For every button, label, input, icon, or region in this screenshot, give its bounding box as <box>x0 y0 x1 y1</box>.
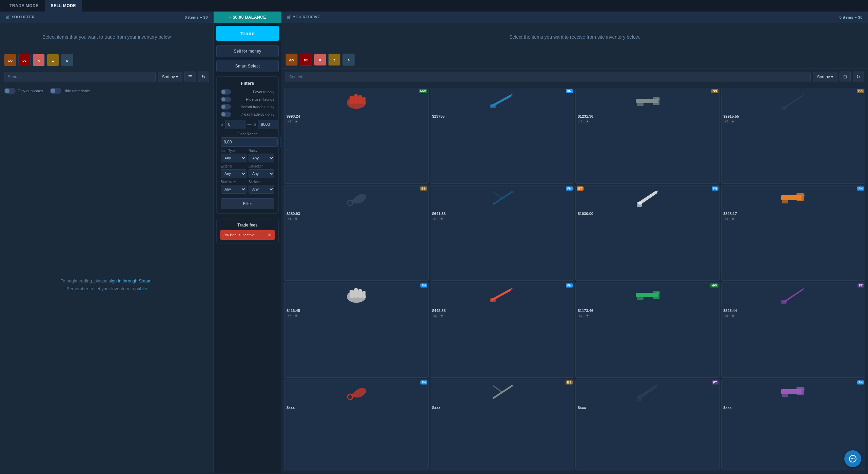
svg-rect-77 <box>637 396 642 401</box>
right-game-icon-dota2[interactable]: D2 <box>300 54 312 66</box>
item-card[interactable]: ST FN $1030.00 <box>575 185 720 281</box>
hide-user-listings-toggle[interactable] <box>221 97 231 102</box>
item-card[interactable]: MW $993.24 x2★ <box>284 88 429 183</box>
sign-in-link[interactable]: sign in through Steam. <box>108 278 153 283</box>
right-game-icon-zone[interactable]: Z <box>328 54 340 66</box>
condition-badge: FT <box>857 283 864 288</box>
svg-text:★: ★ <box>586 314 588 317</box>
svg-rect-31 <box>653 97 659 105</box>
item-card[interactable]: BS $280.93 x3★ <box>284 185 429 281</box>
right-game-icons-row: GO D2 R Z S <box>281 51 868 69</box>
right-game-icon-csgo[interactable]: GO <box>285 54 298 66</box>
right-refresh-button[interactable]: ↻ <box>853 72 864 82</box>
left-search-input[interactable] <box>4 72 156 82</box>
trade-fees-section: Trade fees 3% Bonus Inactive! ✕ <box>216 219 279 243</box>
stattrak-select[interactable]: Any <box>221 185 246 194</box>
svg-rect-46 <box>637 202 642 207</box>
svg-rect-56 <box>358 289 362 298</box>
svg-rect-67 <box>637 297 644 300</box>
filter-apply-button[interactable]: Filter <box>221 198 274 209</box>
float-min-input[interactable] <box>221 137 278 147</box>
tab-sell-mode[interactable]: SELL MODE <box>45 0 82 12</box>
receive-content: Select the items you want to receive fro… <box>281 23 868 51</box>
svg-rect-71 <box>781 300 787 304</box>
price-range-row: $ — $ <box>221 120 274 129</box>
item-count: x7★ <box>430 216 574 221</box>
cart-icon: 🛒 <box>5 15 11 19</box>
right-sort-button[interactable]: Sort by ▾ <box>813 72 837 82</box>
condition-badge: FN <box>566 283 573 288</box>
svg-rect-33 <box>656 98 660 100</box>
hide-untradable-switch[interactable] <box>50 88 61 94</box>
svg-rect-54 <box>350 290 354 298</box>
game-icon-dota2[interactable]: D2 <box>18 54 31 66</box>
right-search-input[interactable] <box>285 72 811 82</box>
item-card[interactable]: FN $828.17 x3★ <box>721 185 866 281</box>
svg-rect-68 <box>656 292 660 294</box>
game-icon-zone[interactable]: Z <box>47 54 59 66</box>
left-list-icon-button[interactable]: ☰ <box>184 72 196 82</box>
item-card[interactable]: FT $xxx <box>575 379 720 470</box>
smart-select-button[interactable]: Smart Select <box>216 60 279 72</box>
tab-trade-mode[interactable]: TRADE MODE <box>3 0 45 12</box>
svg-point-74 <box>348 394 353 399</box>
left-refresh-button[interactable]: ↻ <box>198 72 209 82</box>
price-min-input[interactable] <box>225 120 245 129</box>
item-count: x3★ <box>722 216 865 221</box>
rarity-select[interactable]: Any <box>249 154 274 162</box>
stickers-label: Stickers <box>249 180 274 184</box>
stickers-select[interactable]: Any <box>249 185 274 194</box>
bonus-close-button[interactable]: ✕ <box>268 232 272 238</box>
right-grid-icon-button[interactable]: ⊞ <box>840 72 851 82</box>
item-card[interactable]: FN $xxx <box>284 379 429 470</box>
svg-point-83 <box>851 458 852 459</box>
svg-rect-21 <box>350 96 354 104</box>
collection-select[interactable]: Any <box>249 169 274 178</box>
item-image <box>576 185 719 211</box>
svg-text:★: ★ <box>440 217 443 220</box>
item-card[interactable]: BS $1231.36 x3★ <box>575 88 720 183</box>
svg-rect-36 <box>781 106 787 110</box>
instant-tradable-toggle[interactable] <box>221 104 231 110</box>
float-max-input[interactable] <box>280 137 281 147</box>
price-max-input[interactable] <box>258 120 278 129</box>
svg-text:★: ★ <box>732 314 734 317</box>
game-icon-csgo[interactable]: GO <box>4 54 16 66</box>
item-card[interactable]: BS $xxx <box>430 379 574 470</box>
chat-button[interactable] <box>844 450 861 467</box>
right-search-row: Sort by ▾ ⊞ ↻ <box>281 69 868 85</box>
item-card[interactable]: FN $xxx <box>721 379 866 470</box>
game-icon-rust[interactable]: R <box>33 54 45 66</box>
right-game-icon-rust[interactable]: R <box>314 54 326 66</box>
game-icon-steam[interactable]: S <box>61 54 73 66</box>
hide-untradable-toggle[interactable]: Hide untradable <box>50 88 90 94</box>
condition-badge: FN <box>420 380 427 384</box>
only-duplicates-toggle[interactable]: Only duplicates <box>4 88 43 94</box>
trade-button[interactable]: Trade <box>216 26 279 41</box>
item-card[interactable]: FN $641.33 x7★ <box>430 185 574 281</box>
svg-rect-55 <box>354 288 358 298</box>
stattrak-label: Stattrak™ <box>221 180 246 184</box>
item-card[interactable]: BS $2915.55 x2★ <box>721 88 866 183</box>
item-price: $828.17 <box>722 211 865 216</box>
svg-rect-24 <box>362 97 366 104</box>
right-game-icon-steam[interactable]: S <box>342 54 355 66</box>
filter-favorite-row: Favorite only <box>221 89 274 95</box>
7day-tradelock-toggle[interactable] <box>221 112 231 117</box>
item-type-select[interactable]: Any <box>221 154 246 162</box>
left-sort-button[interactable]: Sort by ▾ <box>158 72 182 82</box>
item-card[interactable]: FN $416.45 x7★ <box>284 282 429 378</box>
condition-badge: BS <box>857 89 864 93</box>
only-duplicates-switch[interactable] <box>4 88 16 94</box>
item-image <box>722 88 865 114</box>
item-card[interactable]: MW $1173.46 x2★ <box>575 282 720 378</box>
item-price: $280.93 <box>284 211 428 216</box>
item-card[interactable]: FT $525.44 x2★ <box>721 282 866 378</box>
favorite-only-toggle[interactable] <box>221 89 231 95</box>
condition-badge: MW <box>419 89 427 93</box>
item-card[interactable]: FN $13755 <box>430 88 574 183</box>
sell-for-money-button[interactable]: Sell for money <box>216 45 279 57</box>
exterior-select[interactable]: Any <box>221 169 246 178</box>
public-link[interactable]: public <box>135 286 147 291</box>
item-card[interactable]: FN $442.86 x2★ <box>430 282 574 378</box>
